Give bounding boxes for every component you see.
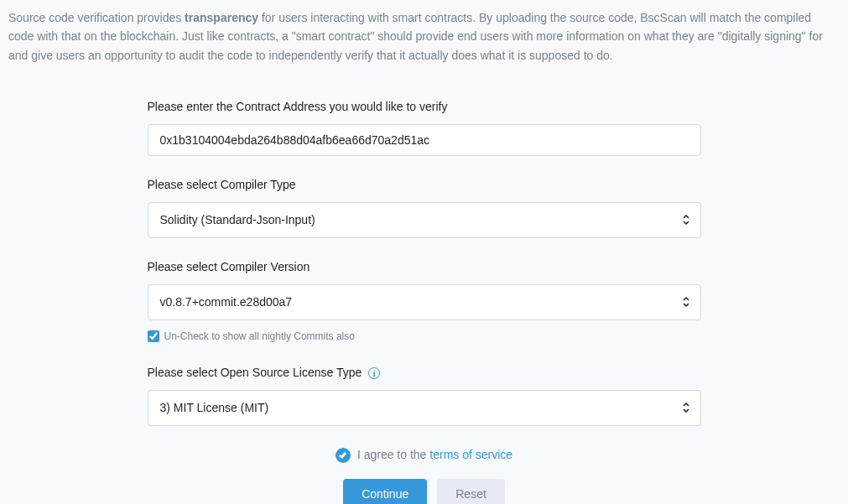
intro-text: Source code verification provides transp…: [0, 0, 848, 81]
terms-link[interactable]: terms of service: [429, 448, 512, 461]
license-group: Please select Open Source License Type i…: [148, 364, 701, 426]
contract-address-group: Please enter the Contract Address you wo…: [148, 98, 701, 156]
contract-address-input[interactable]: [148, 124, 701, 156]
terms-text: I agree to the terms of service: [357, 446, 512, 464]
intro-prefix: Source code verification provides: [8, 11, 185, 24]
license-label: Please select Open Source License Type i: [148, 364, 701, 382]
license-label-text: Please select Open Source License Type: [148, 366, 362, 379]
compiler-type-label: Please select Compiler Type: [148, 176, 701, 194]
compiler-version-group: Please select Compiler Version v0.8.7+co…: [148, 258, 701, 344]
compiler-type-select[interactable]: Solidity (Standard-Json-Input): [148, 202, 701, 238]
compiler-version-label: Please select Compiler Version: [148, 258, 701, 276]
continue-button[interactable]: Continue: [343, 479, 427, 504]
reset-button[interactable]: Reset: [437, 479, 505, 504]
info-icon[interactable]: i: [368, 367, 380, 379]
intro-bold: transparency: [185, 11, 258, 24]
terms-prefix: I agree to the: [357, 448, 429, 461]
nightly-checkbox-row: Un-Check to show all nightly Commits als…: [148, 329, 701, 344]
compiler-version-select[interactable]: v0.8.7+commit.e28d00a7: [148, 284, 701, 320]
nightly-checkbox-label[interactable]: Un-Check to show all nightly Commits als…: [164, 329, 355, 344]
nightly-checkbox[interactable]: [148, 330, 159, 342]
terms-row: I agree to the terms of service: [148, 446, 701, 464]
compiler-type-group: Please select Compiler Type Solidity (St…: [148, 176, 701, 238]
verify-form: Please enter the Contract Address you wo…: [139, 98, 710, 504]
contract-address-label: Please enter the Contract Address you wo…: [148, 98, 701, 116]
terms-checkbox[interactable]: [336, 448, 351, 463]
license-select[interactable]: 3) MIT License (MIT): [148, 390, 701, 426]
button-row: Continue Reset: [148, 479, 701, 504]
